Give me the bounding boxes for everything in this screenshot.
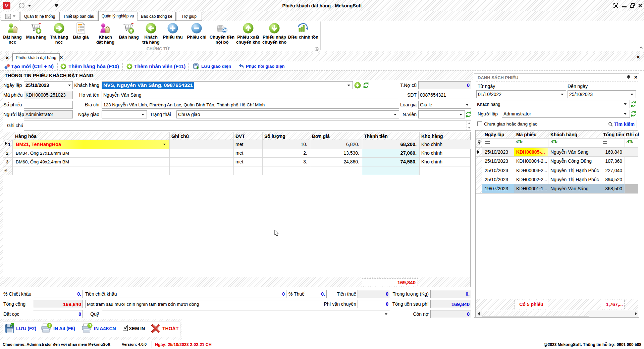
svg-text:?: ?	[89, 323, 92, 328]
svg-text:$: $	[78, 26, 79, 28]
svg-text:$: $	[78, 29, 79, 31]
svg-text:?: ?	[49, 323, 51, 328]
